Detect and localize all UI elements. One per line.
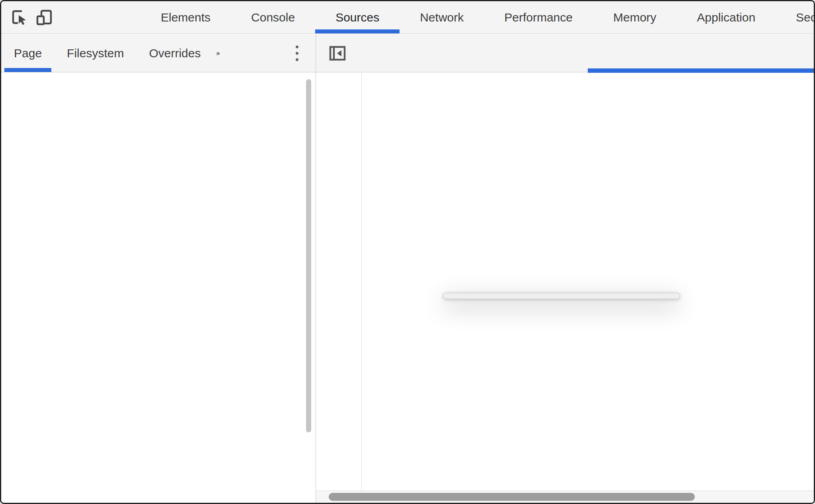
active-file-tab-underline: [588, 68, 815, 73]
secondary-bar: PageFilesystemOverrides»: [1, 34, 814, 72]
code-area: [316, 73, 814, 490]
main-toolbar: ElementsConsoleSourcesNetworkPerformance…: [1, 1, 814, 34]
tab-security[interactable]: Security: [776, 1, 815, 33]
sidebar-tab-filesystem[interactable]: Filesystem: [57, 34, 133, 72]
sidebar-tab-overrides[interactable]: Overrides: [139, 34, 210, 72]
file-navigator-tree: [1, 73, 316, 503]
context-menu: [443, 293, 680, 299]
tab-performance[interactable]: Performance: [484, 1, 593, 33]
tab-sources[interactable]: Sources: [315, 1, 400, 33]
more-options-icon[interactable]: [292, 41, 302, 65]
tree-scrollbar[interactable]: [306, 79, 311, 432]
tab-elements[interactable]: Elements: [140, 1, 231, 33]
horizontal-scrollbar-thumb[interactable]: [329, 493, 695, 501]
file-tab-bar: [316, 34, 814, 72]
hide-navigator-icon[interactable]: [327, 43, 348, 64]
inspect-element-icon[interactable]: [10, 7, 29, 28]
horizontal-scrollbar: [316, 490, 814, 503]
gutter-border: [361, 73, 362, 490]
device-toolbar-icon[interactable]: [35, 7, 54, 28]
code-editor: [316, 73, 814, 503]
sidebar-tab-bar: PageFilesystemOverrides»: [4, 34, 220, 72]
tab-network[interactable]: Network: [400, 1, 484, 33]
tab-console[interactable]: Console: [231, 1, 315, 33]
devtools-window: ElementsConsoleSourcesNetworkPerformance…: [0, 0, 815, 504]
tab-memory[interactable]: Memory: [593, 1, 677, 33]
main-tab-bar: ElementsConsoleSourcesNetworkPerformance…: [61, 1, 815, 33]
sidebar-tab-page[interactable]: Page: [4, 34, 51, 72]
tab-application[interactable]: Application: [677, 1, 776, 33]
overflow-chevron-icon[interactable]: »: [216, 50, 220, 57]
